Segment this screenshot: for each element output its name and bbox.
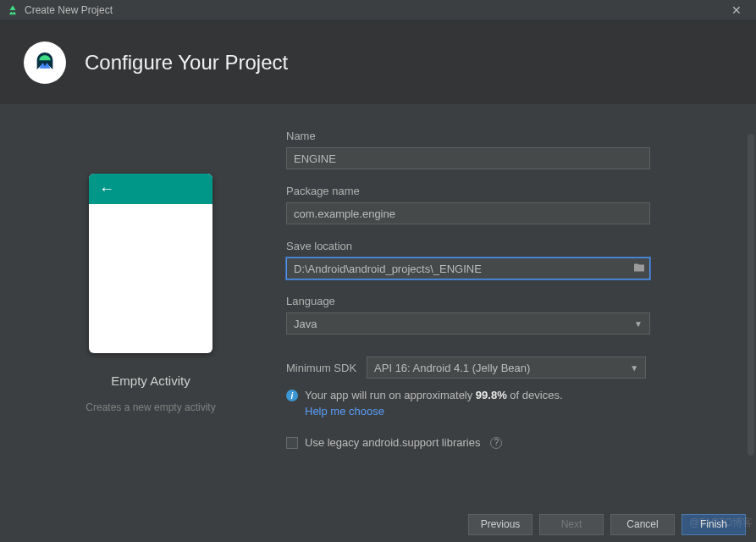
cancel-button[interactable]: Cancel bbox=[610, 514, 675, 535]
info-icon: i bbox=[286, 390, 298, 401]
minsdk-value: API 16: Android 4.1 (Jelly Bean) bbox=[374, 362, 530, 374]
location-label: Save location bbox=[286, 240, 715, 252]
android-studio-icon bbox=[7, 4, 19, 16]
name-label: Name bbox=[286, 130, 715, 142]
package-input[interactable] bbox=[286, 202, 650, 224]
next-button: Next bbox=[539, 514, 604, 535]
window-title: Create New Project bbox=[25, 4, 724, 16]
language-select[interactable]: Java ▼ bbox=[286, 312, 650, 335]
template-name: Empty Activity bbox=[111, 373, 190, 388]
configure-form: Name Package name Save location Language… bbox=[286, 130, 741, 506]
legacy-support-label: Use legacy android.support libraries bbox=[305, 436, 480, 449]
vertical-scrollbar[interactable] bbox=[748, 134, 754, 456]
package-label: Package name bbox=[286, 185, 715, 197]
language-label: Language bbox=[286, 295, 715, 307]
titlebar: Create New Project ✕ bbox=[0, 0, 756, 21]
template-preview-column: ← Empty Activity Creates a new empty act… bbox=[15, 130, 286, 506]
wizard-footer: Previous Next Cancel Finish bbox=[0, 506, 756, 542]
minsdk-select[interactable]: API 16: Android 4.1 (Jelly Bean) ▼ bbox=[367, 357, 646, 379]
browse-folder-icon[interactable] bbox=[633, 263, 645, 275]
device-coverage-text: Your app will run on approximately 99.8%… bbox=[305, 389, 563, 401]
legacy-support-checkbox[interactable] bbox=[286, 437, 298, 449]
chevron-down-icon: ▼ bbox=[630, 363, 638, 373]
name-input[interactable] bbox=[286, 147, 650, 169]
help-me-choose-link[interactable]: Help me choose bbox=[305, 405, 384, 418]
template-description: Creates a new empty activity bbox=[86, 401, 215, 413]
page-title: Configure Your Project bbox=[85, 51, 288, 75]
help-icon[interactable]: ? bbox=[490, 437, 502, 449]
finish-button[interactable]: Finish bbox=[682, 514, 746, 535]
location-input[interactable] bbox=[286, 257, 650, 279]
close-icon[interactable]: ✕ bbox=[724, 3, 749, 17]
device-preview: ← bbox=[89, 174, 212, 353]
chevron-down-icon: ▼ bbox=[634, 319, 643, 329]
android-studio-logo bbox=[24, 41, 66, 84]
back-arrow-icon: ← bbox=[99, 180, 114, 198]
minsdk-label: Minimum SDK bbox=[286, 362, 356, 374]
previous-button[interactable]: Previous bbox=[468, 514, 533, 535]
wizard-header: Configure Your Project bbox=[0, 21, 756, 104]
language-value: Java bbox=[294, 318, 317, 330]
